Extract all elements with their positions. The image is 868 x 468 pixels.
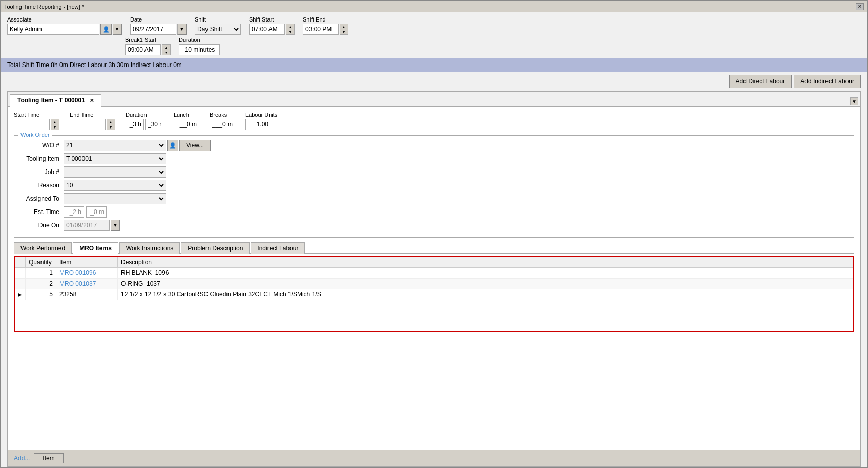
assigned-to-field-row — [64, 193, 166, 204]
start-time-up[interactable]: ▲ — [51, 119, 59, 124]
col-indicator — [15, 257, 26, 268]
start-time-down[interactable]: ▼ — [51, 124, 59, 130]
mro-table-header-row: Quantity Item Description — [15, 257, 853, 268]
header-row1: Associate 👤 ▼ Date ▼ Shift — [7, 16, 861, 35]
start-time-group: Start Time ▲ ▼ — [14, 112, 59, 130]
duration-time-group: Duration — [126, 112, 163, 130]
add-direct-labour-button[interactable]: Add Direct Labour — [729, 75, 792, 88]
wo-num-row: W/O # 21 👤 View... — [18, 140, 850, 151]
sub-tab-mro-items[interactable]: MRO Items — [73, 242, 118, 254]
sub-tab-work-performed[interactable]: Work Performed — [14, 242, 72, 254]
associate-search-icon[interactable]: 👤 — [100, 24, 112, 35]
shift-end-field-group: Shift End ▲ ▼ — [303, 16, 348, 35]
cell-item[interactable]: MRO 001096 — [56, 268, 118, 279]
tab-scroll-right[interactable]: ▼ — [850, 97, 858, 105]
item-link[interactable]: MRO 001096 — [59, 269, 96, 276]
cell-item[interactable]: MRO 001037 — [56, 279, 118, 289]
shift-label: Shift — [195, 16, 241, 23]
break1-down[interactable]: ▼ — [162, 50, 170, 55]
break1-up[interactable]: ▲ — [162, 45, 170, 50]
start-time-input[interactable] — [14, 119, 50, 130]
est-time-h-input — [64, 206, 84, 218]
shift-start-input[interactable] — [249, 24, 285, 35]
mro-table: Quantity Item Description 1MRO 001096RH … — [15, 257, 853, 300]
sub-tab-work-instructions-label: Work Instructions — [126, 245, 173, 252]
wo-num-select[interactable]: 21 — [64, 140, 166, 151]
shift-start-up[interactable]: ▲ — [286, 24, 294, 29]
shift-start-down[interactable]: ▼ — [286, 29, 294, 34]
start-time-label: Start Time — [14, 112, 59, 118]
end-time-down[interactable]: ▼ — [107, 124, 115, 130]
cell-quantity: 5 — [26, 289, 56, 300]
cell-item[interactable]: 23258 — [56, 289, 118, 300]
due-on-dropdown[interactable]: ▼ — [111, 220, 120, 231]
main-tab-container: Tooling Item - T 000001 ✕ ▼ Start Time ▲… — [7, 91, 861, 450]
table-row[interactable]: 2MRO 001037O-RING_1037 — [15, 279, 853, 289]
assigned-to-row: Assigned To — [18, 193, 850, 204]
shift-start-row: ▲ ▼ — [249, 24, 295, 35]
breaks-input[interactable] — [210, 119, 235, 130]
item-link[interactable]: MRO 001037 — [59, 280, 96, 287]
row-indicator — [15, 279, 26, 289]
table-row[interactable]: 1MRO 001096RH BLANK_1096 — [15, 268, 853, 279]
date-dropdown-btn[interactable]: ▼ — [177, 24, 187, 35]
col-description: Description — [118, 257, 853, 268]
date-label: Date — [130, 16, 187, 23]
cell-description: RH BLANK_1096 — [118, 268, 853, 279]
lunch-input[interactable] — [174, 119, 199, 130]
duration-h-input[interactable] — [126, 119, 144, 130]
sub-tab-problem-description-label: Problem Description — [188, 245, 243, 252]
tooling-item-select[interactable]: T 000001 — [64, 153, 166, 164]
cell-quantity: 2 — [26, 279, 56, 289]
add-indirect-labour-button[interactable]: Add Indirect Labour — [794, 75, 861, 88]
table-row[interactable]: ▶52325812 1/2 x 12 1/2 x 30 CartonRSC Gl… — [15, 289, 853, 300]
main-tab[interactable]: Tooling Item - T 000001 ✕ — [10, 94, 101, 107]
time-fields-row: Start Time ▲ ▼ End Time ▲ — [14, 112, 854, 130]
bottom-bar: Add... Item — [7, 450, 861, 467]
due-on-row: Due On ▼ — [18, 220, 850, 231]
sub-tab-problem-description[interactable]: Problem Description — [181, 242, 250, 254]
job-num-select[interactable] — [64, 166, 166, 178]
breaks-label: Breaks — [210, 112, 235, 118]
est-time-field-row — [64, 206, 107, 218]
close-button[interactable]: ✕ — [856, 3, 864, 10]
start-time-spinners: ▲ ▼ — [51, 119, 59, 130]
start-time-row: ▲ ▼ — [14, 119, 59, 130]
reason-select[interactable]: 10 — [64, 180, 166, 191]
col-item: Item — [56, 257, 118, 268]
associate-input[interactable] — [7, 24, 99, 35]
labour-units-input[interactable] — [245, 119, 271, 130]
shift-end-input[interactable] — [303, 24, 339, 35]
end-time-input[interactable] — [70, 119, 106, 130]
end-time-group: End Time ▲ ▼ — [70, 112, 115, 130]
associate-dropdown-btn[interactable]: ▼ — [113, 24, 122, 35]
item-button[interactable]: Item — [34, 453, 63, 463]
shift-end-row: ▲ ▼ — [303, 24, 348, 35]
break1-label: Break1 Start — [125, 37, 171, 43]
assigned-to-select[interactable] — [64, 193, 166, 204]
window-title: Tooling Time Reporting - [new] * — [4, 4, 84, 10]
breaks-row — [210, 119, 235, 130]
duration-input[interactable] — [179, 44, 220, 55]
date-row: ▼ — [130, 24, 187, 35]
end-time-label: End Time — [70, 112, 115, 118]
est-time-label: Est. Time — [18, 208, 59, 216]
mro-empty-rows — [15, 300, 853, 331]
header-area: Associate 👤 ▼ Date ▼ Shift — [1, 12, 867, 58]
sub-tab-mro-items-label: MRO Items — [79, 245, 112, 252]
duration-m-input[interactable] — [145, 119, 163, 130]
shift-select[interactable]: Day Shift Night Shift — [195, 24, 241, 35]
work-order-section-label: Work Order — [18, 132, 52, 138]
date-input[interactable] — [130, 24, 176, 35]
main-tab-close[interactable]: ✕ — [90, 98, 94, 103]
sub-tab-indirect-labour[interactable]: Indirect Labour — [251, 242, 305, 254]
add-link[interactable]: Add... — [14, 455, 30, 462]
break1-input[interactable] — [125, 44, 161, 55]
end-time-up[interactable]: ▲ — [107, 119, 115, 124]
wo-search-icon[interactable]: 👤 — [167, 140, 178, 151]
sub-tab-indirect-labour-label: Indirect Labour — [257, 245, 298, 252]
shift-end-up[interactable]: ▲ — [340, 24, 348, 29]
shift-end-down[interactable]: ▼ — [340, 29, 348, 34]
sub-tab-work-instructions[interactable]: Work Instructions — [119, 242, 180, 254]
view-button[interactable]: View... — [179, 140, 211, 151]
